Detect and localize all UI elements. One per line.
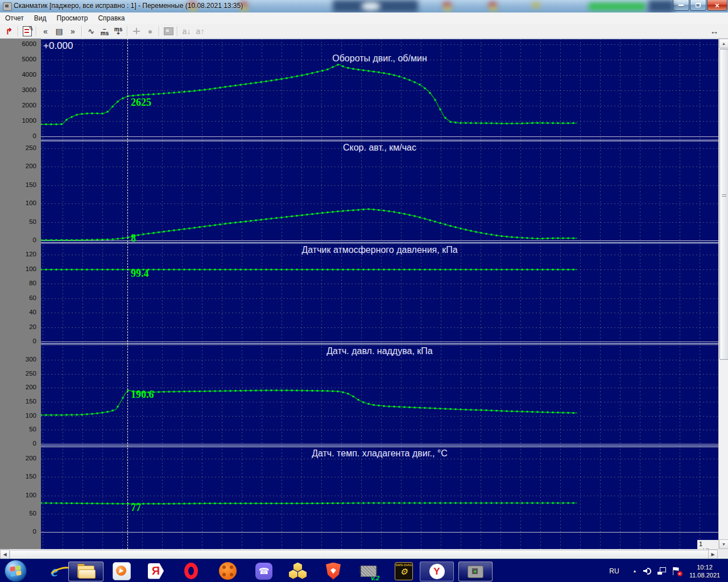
network-icon xyxy=(657,567,666,575)
taskbar-chip-app[interactable]: v.2 xyxy=(355,562,382,580)
exit-button[interactable]: ↱ xyxy=(2,25,16,38)
scroll-up-button[interactable]: ▲ xyxy=(719,39,728,48)
list-icon: ▤ xyxy=(55,27,63,36)
scrollbar-corner xyxy=(718,549,728,559)
plot-area[interactable]: +0.000 1 s/div Обороты двиг., об/мин2625… xyxy=(41,39,718,549)
cursor-value: 190.6 xyxy=(131,389,154,400)
marker-icon xyxy=(132,27,141,35)
y-tick-label: 1000 xyxy=(0,117,36,124)
scroll-right-button[interactable]: ▶ xyxy=(708,550,718,559)
record-button[interactable]: ● xyxy=(143,25,157,38)
restore-icon xyxy=(696,3,701,7)
horizontal-scroll-thumb[interactable] xyxy=(10,550,710,559)
chart-canvas-5[interactable] xyxy=(41,446,718,549)
y-tick-label: 300 xyxy=(0,356,36,363)
next-page-button[interactable]: » xyxy=(66,25,80,38)
y-tick-label: 120 xyxy=(0,251,36,257)
time-div-label[interactable]: 1 s/div xyxy=(697,540,718,549)
toolbar-separator xyxy=(159,26,160,36)
taskbar-media-player[interactable]: ▶ xyxy=(108,562,135,580)
amplitude-down-button[interactable]: a↓ xyxy=(180,25,193,38)
timescale-plus-button[interactable]: ms+ xyxy=(111,25,125,38)
opera-icon xyxy=(184,563,198,579)
y-tick-label: 60 xyxy=(0,294,36,301)
minimize-icon xyxy=(679,5,684,6)
folder-icon xyxy=(77,566,94,578)
menu-browse[interactable]: Просмотр xyxy=(52,13,93,23)
window-title: Сканматик [паджеро, все исправно : 1] - … xyxy=(14,2,243,10)
clock[interactable]: 10:12 11.08.2021 xyxy=(684,559,726,582)
taskbar-explorer[interactable] xyxy=(68,562,104,581)
viber-icon: ☎ xyxy=(255,563,272,580)
report-icon: ✎ xyxy=(23,26,32,36)
start-button[interactable] xyxy=(5,560,27,582)
y-tick-label: 200 xyxy=(0,384,36,390)
minimize-button[interactable] xyxy=(673,0,689,11)
wave-mode-button[interactable]: ∿ xyxy=(84,25,98,38)
marker-button[interactable] xyxy=(130,25,143,38)
menu-help[interactable]: Справка xyxy=(93,13,130,23)
taskbar-viber[interactable]: ☎ xyxy=(250,562,278,580)
yandex-icon: Я xyxy=(148,563,164,579)
vertical-scrollbar[interactable]: ▲ ▼ xyxy=(718,39,728,549)
taskbar-brave[interactable] xyxy=(320,562,347,580)
toolbar-separator xyxy=(36,26,37,36)
snapshot-button[interactable] xyxy=(162,25,175,38)
y-tick-label: 50 xyxy=(0,218,36,225)
chart-title: Скор. авт., км/час xyxy=(41,143,718,153)
menu-report[interactable]: Отчет xyxy=(0,13,29,23)
variables-list-button[interactable]: ▤ xyxy=(52,25,66,38)
horizontal-scrollbar[interactable]: ◀ ▶ xyxy=(0,549,718,559)
taskbar-honeycomb-app[interactable] xyxy=(284,562,312,580)
chart-canvas-3[interactable] xyxy=(41,242,718,343)
prev-page-button[interactable]: « xyxy=(39,25,52,38)
taskbar-internet-explorer[interactable]: e xyxy=(42,562,67,580)
vertical-scroll-thumb[interactable] xyxy=(719,49,728,360)
restore-button[interactable] xyxy=(690,0,706,11)
y-tick-label: 5000 xyxy=(0,56,36,63)
wave-icon: ∿ xyxy=(88,27,94,36)
chart-separator xyxy=(41,242,718,244)
tray-time: 10:12 xyxy=(697,563,713,571)
taskbar-opera[interactable] xyxy=(177,562,205,580)
taskbar-yandex[interactable]: Я xyxy=(142,562,169,580)
hidden-icons-chevron[interactable]: ▲ xyxy=(630,559,639,582)
y-tick-label: 2000 xyxy=(0,102,36,109)
y-tick-label: 3000 xyxy=(0,86,36,93)
arrow-right-icon: ▶ xyxy=(711,552,714,557)
taskbar-film-app[interactable] xyxy=(214,562,241,580)
record-icon: ● xyxy=(148,27,152,36)
plot-top-border xyxy=(41,39,718,39)
arrow-up-icon: ▲ xyxy=(722,41,726,45)
time-cursor[interactable] xyxy=(127,39,128,549)
pan-button[interactable]: ↔ xyxy=(708,25,721,38)
close-button[interactable]: × xyxy=(707,0,727,11)
chart-title: Датчик атмосферного давления, кПа xyxy=(41,245,718,255)
taskbar-sms-diag[interactable]: SMS-DiAG⚙ xyxy=(390,562,417,580)
timescale-minus-button[interactable]: −ms xyxy=(98,25,111,38)
taskbar-scanmatic[interactable] xyxy=(458,562,493,581)
amplitude-up-button[interactable]: a↑ xyxy=(193,25,207,38)
scroll-down-button[interactable]: ▼ xyxy=(719,539,728,549)
action-center-button[interactable]: × xyxy=(670,559,682,582)
y-tick-label: 200 xyxy=(0,455,36,462)
chart-canvas-2[interactable] xyxy=(41,140,718,242)
toolbar-separator xyxy=(177,26,178,36)
scroll-left-button[interactable]: ◀ xyxy=(0,550,10,559)
language-indicator[interactable]: RU xyxy=(606,559,623,582)
y-tick-label: 50 xyxy=(0,426,36,433)
next-icon: » xyxy=(71,27,75,36)
taskbar-yandex-browser[interactable]: Y xyxy=(420,562,454,581)
chart-region: 0100020003000400050006000050100150200250… xyxy=(0,39,728,549)
volume-button[interactable] xyxy=(642,559,653,582)
toolbar-separator xyxy=(81,26,82,36)
toolbar-separator xyxy=(18,26,19,36)
prev-icon: « xyxy=(43,27,48,36)
network-button[interactable] xyxy=(655,559,668,582)
cursor-value: 8 xyxy=(131,233,136,243)
toolbar-separator xyxy=(127,26,128,36)
y-tick-label: 0 xyxy=(0,236,36,243)
a-down-icon: a↓ xyxy=(183,27,191,36)
report-button[interactable]: ✎ xyxy=(20,25,34,38)
menu-view[interactable]: Вид xyxy=(29,13,52,23)
